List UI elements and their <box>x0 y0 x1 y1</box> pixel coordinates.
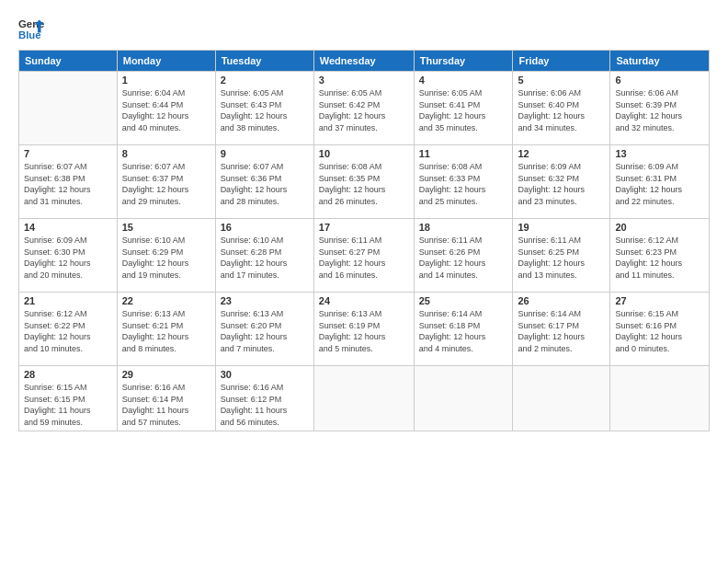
calendar-week-4: 21Sunrise: 6:12 AM Sunset: 6:22 PM Dayli… <box>19 293 710 366</box>
day-info: Sunrise: 6:09 AM Sunset: 6:30 PM Dayligh… <box>24 235 112 281</box>
day-number: 5 <box>518 75 605 86</box>
calendar-cell: 16Sunrise: 6:10 AM Sunset: 6:28 PM Dayli… <box>215 219 313 293</box>
day-info: Sunrise: 6:16 AM Sunset: 6:14 PM Dayligh… <box>122 382 210 428</box>
calendar-cell <box>19 72 118 145</box>
weekday-header-saturday: Saturday <box>610 51 710 72</box>
page: General Blue SundayMondayTuesdayWednesda… <box>0 0 728 563</box>
day-info: Sunrise: 6:14 AM Sunset: 6:17 PM Dayligh… <box>518 308 605 354</box>
day-number: 21 <box>24 295 112 306</box>
day-number: 27 <box>615 295 704 306</box>
weekday-header-sunday: Sunday <box>19 51 118 72</box>
day-number: 8 <box>122 148 210 159</box>
day-info: Sunrise: 6:07 AM Sunset: 6:38 PM Dayligh… <box>24 161 112 207</box>
calendar-cell: 20Sunrise: 6:12 AM Sunset: 6:23 PM Dayli… <box>610 219 710 293</box>
day-info: Sunrise: 6:13 AM Sunset: 6:19 PM Dayligh… <box>319 308 409 354</box>
calendar-cell: 21Sunrise: 6:12 AM Sunset: 6:22 PM Dayli… <box>19 293 118 366</box>
day-number: 28 <box>24 369 112 380</box>
weekday-header-tuesday: Tuesday <box>215 51 313 72</box>
calendar-week-1: 1Sunrise: 6:04 AM Sunset: 6:44 PM Daylig… <box>19 72 710 145</box>
calendar-cell: 30Sunrise: 6:16 AM Sunset: 6:12 PM Dayli… <box>215 366 313 431</box>
day-number: 14 <box>24 222 112 233</box>
day-info: Sunrise: 6:06 AM Sunset: 6:39 PM Dayligh… <box>615 87 704 133</box>
day-info: Sunrise: 6:09 AM Sunset: 6:32 PM Dayligh… <box>518 161 605 207</box>
calendar-cell: 5Sunrise: 6:06 AM Sunset: 6:40 PM Daylig… <box>513 72 610 145</box>
day-number: 4 <box>419 75 508 86</box>
weekday-header-friday: Friday <box>513 51 610 72</box>
day-number: 11 <box>419 148 508 159</box>
day-number: 20 <box>615 222 704 233</box>
day-info: Sunrise: 6:08 AM Sunset: 6:33 PM Dayligh… <box>419 161 508 207</box>
day-info: Sunrise: 6:05 AM Sunset: 6:42 PM Dayligh… <box>319 87 409 133</box>
calendar-week-5: 28Sunrise: 6:15 AM Sunset: 6:15 PM Dayli… <box>19 366 710 431</box>
calendar-cell: 12Sunrise: 6:09 AM Sunset: 6:32 PM Dayli… <box>513 145 610 219</box>
calendar-cell <box>313 366 414 431</box>
calendar-cell: 9Sunrise: 6:07 AM Sunset: 6:36 PM Daylig… <box>215 145 313 219</box>
day-info: Sunrise: 6:16 AM Sunset: 6:12 PM Dayligh… <box>221 382 309 428</box>
calendar-cell: 18Sunrise: 6:11 AM Sunset: 6:26 PM Dayli… <box>414 219 513 293</box>
day-info: Sunrise: 6:13 AM Sunset: 6:21 PM Dayligh… <box>122 308 210 354</box>
calendar-cell <box>610 366 710 431</box>
logo: General Blue <box>18 17 44 42</box>
day-number: 29 <box>122 369 210 380</box>
day-number: 19 <box>518 222 605 233</box>
calendar-cell: 29Sunrise: 6:16 AM Sunset: 6:14 PM Dayli… <box>117 366 215 431</box>
day-number: 7 <box>24 148 112 159</box>
calendar-cell: 3Sunrise: 6:05 AM Sunset: 6:42 PM Daylig… <box>313 72 414 145</box>
calendar-cell: 6Sunrise: 6:06 AM Sunset: 6:39 PM Daylig… <box>610 72 710 145</box>
calendar-cell: 2Sunrise: 6:05 AM Sunset: 6:43 PM Daylig… <box>215 72 313 145</box>
day-number: 2 <box>221 75 309 86</box>
calendar-cell: 22Sunrise: 6:13 AM Sunset: 6:21 PM Dayli… <box>117 293 215 366</box>
calendar-cell: 17Sunrise: 6:11 AM Sunset: 6:27 PM Dayli… <box>313 219 414 293</box>
day-number: 3 <box>319 75 409 86</box>
day-number: 22 <box>122 295 210 306</box>
calendar-cell: 19Sunrise: 6:11 AM Sunset: 6:25 PM Dayli… <box>513 219 610 293</box>
calendar-cell: 4Sunrise: 6:05 AM Sunset: 6:41 PM Daylig… <box>414 72 513 145</box>
day-info: Sunrise: 6:12 AM Sunset: 6:23 PM Dayligh… <box>615 235 704 281</box>
day-number: 15 <box>122 222 210 233</box>
day-number: 10 <box>319 148 409 159</box>
day-number: 18 <box>419 222 508 233</box>
day-info: Sunrise: 6:05 AM Sunset: 6:41 PM Dayligh… <box>419 87 508 133</box>
day-info: Sunrise: 6:11 AM Sunset: 6:25 PM Dayligh… <box>518 235 605 281</box>
day-number: 13 <box>615 148 704 159</box>
calendar-week-3: 14Sunrise: 6:09 AM Sunset: 6:30 PM Dayli… <box>19 219 710 293</box>
day-info: Sunrise: 6:12 AM Sunset: 6:22 PM Dayligh… <box>24 308 112 354</box>
calendar-cell: 23Sunrise: 6:13 AM Sunset: 6:20 PM Dayli… <box>215 293 313 366</box>
day-info: Sunrise: 6:07 AM Sunset: 6:36 PM Dayligh… <box>221 161 309 207</box>
day-number: 30 <box>221 369 309 380</box>
day-info: Sunrise: 6:08 AM Sunset: 6:35 PM Dayligh… <box>319 161 409 207</box>
day-number: 6 <box>615 75 704 86</box>
weekday-header-wednesday: Wednesday <box>313 51 414 72</box>
day-info: Sunrise: 6:15 AM Sunset: 6:16 PM Dayligh… <box>615 308 704 354</box>
calendar-cell: 13Sunrise: 6:09 AM Sunset: 6:31 PM Dayli… <box>610 145 710 219</box>
day-info: Sunrise: 6:10 AM Sunset: 6:28 PM Dayligh… <box>221 235 309 281</box>
calendar-cell: 1Sunrise: 6:04 AM Sunset: 6:44 PM Daylig… <box>117 72 215 145</box>
day-info: Sunrise: 6:04 AM Sunset: 6:44 PM Dayligh… <box>122 87 210 133</box>
calendar-cell: 8Sunrise: 6:07 AM Sunset: 6:37 PM Daylig… <box>117 145 215 219</box>
calendar-cell: 27Sunrise: 6:15 AM Sunset: 6:16 PM Dayli… <box>610 293 710 366</box>
weekday-header-thursday: Thursday <box>414 51 513 72</box>
weekday-header-monday: Monday <box>117 51 215 72</box>
day-info: Sunrise: 6:11 AM Sunset: 6:27 PM Dayligh… <box>319 235 409 281</box>
calendar-cell <box>414 366 513 431</box>
header: General Blue <box>18 17 710 42</box>
day-number: 16 <box>221 222 309 233</box>
day-number: 1 <box>122 75 210 86</box>
day-info: Sunrise: 6:07 AM Sunset: 6:37 PM Dayligh… <box>122 161 210 207</box>
day-info: Sunrise: 6:15 AM Sunset: 6:15 PM Dayligh… <box>24 382 112 428</box>
weekday-header-row: SundayMondayTuesdayWednesdayThursdayFrid… <box>19 51 710 72</box>
calendar-cell: 26Sunrise: 6:14 AM Sunset: 6:17 PM Dayli… <box>513 293 610 366</box>
day-number: 26 <box>518 295 605 306</box>
calendar-cell: 10Sunrise: 6:08 AM Sunset: 6:35 PM Dayli… <box>313 145 414 219</box>
day-info: Sunrise: 6:11 AM Sunset: 6:26 PM Dayligh… <box>419 235 508 281</box>
day-info: Sunrise: 6:10 AM Sunset: 6:29 PM Dayligh… <box>122 235 210 281</box>
svg-text:Blue: Blue <box>18 29 41 40</box>
calendar-cell: 15Sunrise: 6:10 AM Sunset: 6:29 PM Dayli… <box>117 219 215 293</box>
day-info: Sunrise: 6:14 AM Sunset: 6:18 PM Dayligh… <box>419 308 508 354</box>
calendar-cell: 14Sunrise: 6:09 AM Sunset: 6:30 PM Dayli… <box>19 219 118 293</box>
calendar-cell: 11Sunrise: 6:08 AM Sunset: 6:33 PM Dayli… <box>414 145 513 219</box>
calendar-cell: 28Sunrise: 6:15 AM Sunset: 6:15 PM Dayli… <box>19 366 118 431</box>
day-number: 17 <box>319 222 409 233</box>
calendar-week-2: 7Sunrise: 6:07 AM Sunset: 6:38 PM Daylig… <box>19 145 710 219</box>
day-number: 12 <box>518 148 605 159</box>
